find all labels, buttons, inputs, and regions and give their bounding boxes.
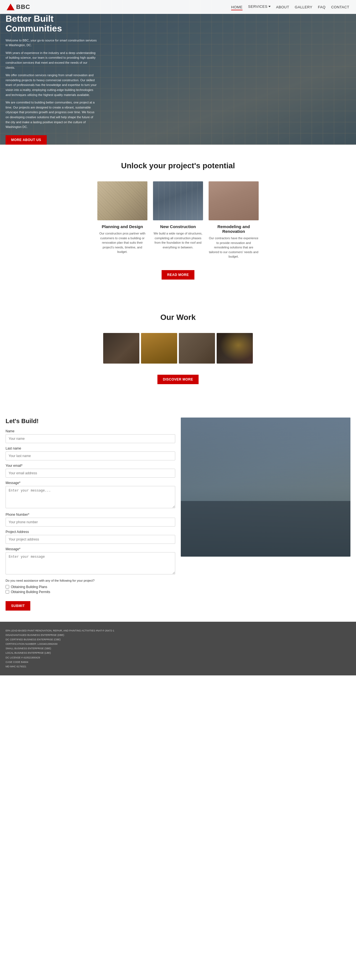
checkbox-label-plans[interactable]: Obtaining Building Plans [6, 585, 175, 589]
form-group-phone: Phone Number* [6, 513, 175, 527]
submit-button[interactable]: SUBMIT [6, 601, 30, 611]
form-group-message2: Message* [6, 547, 175, 576]
service-text-remodeling: Our contractors have the experience to p… [208, 236, 259, 259]
read-more-button[interactable]: READ MORE [162, 270, 194, 280]
service-title-planning: Planning and Design [97, 224, 148, 229]
service-text-construction: We build a wide range of structures, com… [153, 231, 203, 250]
form-group-email: Your email* [6, 464, 175, 477]
service-text-planning: Our construction pros partner with custo… [97, 231, 148, 254]
service-card-planning: Planning and Design Our construction pro… [97, 181, 148, 259]
address-input[interactable] [6, 535, 175, 544]
service-card-construction: New Construction We build a wide range o… [153, 181, 203, 259]
phone-input[interactable] [6, 518, 175, 527]
discover-more-button[interactable]: DISCOVER MORE [157, 375, 199, 384]
form-group-lastname: Last name [6, 447, 175, 460]
hero-section: Better Built Communities Welcome to BBC,… [0, 0, 356, 145]
contact-form-title: Let's Build! [6, 418, 175, 425]
hero-title: Better Built Communities [6, 14, 97, 33]
lastname-label: Last name [6, 447, 175, 450]
submit-wrap: SUBMIT [6, 598, 175, 611]
nav-link-home[interactable]: HOME [231, 5, 243, 10]
phone-label: Phone Number* [6, 513, 175, 517]
logo-text: BBC [16, 3, 30, 11]
message2-label: Message* [6, 547, 175, 551]
more-about-us-button[interactable]: MORE ABOUT US [6, 135, 47, 145]
hero-content: Better Built Communities Welcome to BBC,… [0, 0, 106, 145]
service-title-construction: New Construction [153, 224, 203, 229]
checkbox-plans[interactable] [6, 585, 9, 589]
nav-item-faq[interactable]: FAQ [318, 5, 326, 10]
work-image-4 [217, 333, 253, 364]
form-group-address: Project Address [6, 530, 175, 544]
nav-link-faq[interactable]: FAQ [318, 5, 326, 9]
our-work-title: Our Work [6, 313, 350, 322]
form-group-name: Name [6, 429, 175, 443]
navbar: BBC HOME SERVICES ABOUT GALLERY FAQ CONT… [0, 0, 356, 14]
our-work-section: Our Work DISCOVER MORE [0, 302, 356, 406]
hero-paragraph-2: With years of experience in the industry… [6, 51, 97, 70]
email-input[interactable] [6, 469, 175, 477]
nav-item-about[interactable]: ABOUT [276, 5, 289, 10]
nav-link-about[interactable]: ABOUT [276, 5, 289, 9]
service-card-remodeling: Remodeling and Renovation Our contractor… [208, 181, 259, 259]
hero-paragraph-3: We offer construction services ranging f… [6, 73, 97, 97]
service-title-remodeling: Remodeling and Renovation [208, 224, 259, 234]
assist-text: Do you need assistance with any of the f… [6, 579, 175, 582]
nav-item-contact[interactable]: CONTACT [331, 5, 349, 10]
logo[interactable]: BBC [7, 3, 30, 11]
service-image-construction [153, 181, 203, 220]
nav-links: HOME SERVICES ABOUT GALLERY FAQ CONTACT [231, 5, 349, 10]
checkbox-permits[interactable] [6, 590, 9, 593]
name-input[interactable] [6, 434, 175, 443]
chevron-down-icon [269, 6, 271, 7]
service-image-planning [97, 181, 148, 220]
name-label: Name [6, 429, 175, 433]
hero-paragraph-1: Welcome to BBC, your go-to source for sm… [6, 38, 97, 48]
footer-certifications: EPA LEAD-BASED PAINT RENOVATION, REPAIR,… [6, 628, 350, 669]
contact-form-side: Let's Build! Name Last name Your email* … [6, 418, 175, 611]
checkbox-group: Obtaining Building Plans Obtaining Build… [6, 585, 175, 594]
nav-item-services[interactable]: SERVICES [248, 5, 271, 10]
work-image-1 [103, 333, 139, 364]
discover-wrap: DISCOVER MORE [6, 372, 350, 395]
contact-section: Let's Build! Name Last name Your email* … [0, 406, 356, 622]
work-gallery-grid [6, 333, 350, 364]
unlock-title: Unlock your project's potential [6, 161, 350, 170]
hero-paragraph-4: We are committed to building better comm… [6, 100, 97, 130]
services-grid: Planning and Design Our construction pro… [6, 181, 350, 259]
nav-item-gallery[interactable]: GALLERY [295, 5, 312, 10]
contact-image [181, 418, 350, 557]
logo-icon [7, 4, 14, 10]
checkbox-label-permits[interactable]: Obtaining Building Permits [6, 590, 175, 594]
read-more-wrap: READ MORE [6, 267, 350, 291]
nav-link-gallery[interactable]: GALLERY [295, 5, 312, 9]
nav-item-home[interactable]: HOME [231, 5, 243, 10]
nav-link-contact[interactable]: CONTACT [331, 5, 349, 9]
unlock-section: Unlock your project's potential Planning… [0, 145, 356, 302]
service-image-remodeling [208, 181, 259, 220]
message2-textarea[interactable] [6, 552, 175, 574]
work-image-2 [141, 333, 177, 364]
footer: EPA LEAD-BASED PAINT RENOVATION, REPAIR,… [0, 622, 356, 676]
message1-label: Message* [6, 481, 175, 485]
email-label: Your email* [6, 464, 175, 468]
form-group-message1: Message* [6, 481, 175, 509]
lastname-input[interactable] [6, 452, 175, 460]
work-image-3 [179, 333, 215, 364]
address-label: Project Address [6, 530, 175, 534]
nav-link-services[interactable]: SERVICES [248, 5, 271, 9]
message1-textarea[interactable] [6, 486, 175, 508]
